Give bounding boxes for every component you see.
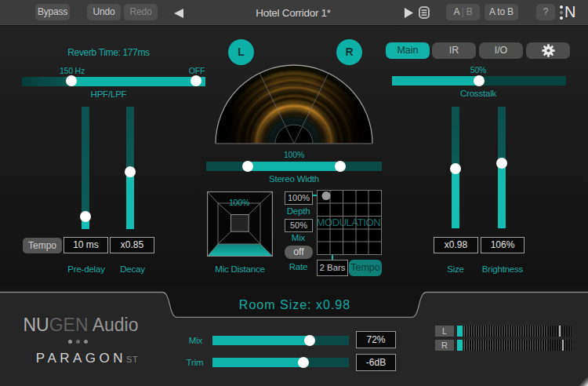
svg-text:MODULATION: MODULATION bbox=[317, 217, 380, 228]
